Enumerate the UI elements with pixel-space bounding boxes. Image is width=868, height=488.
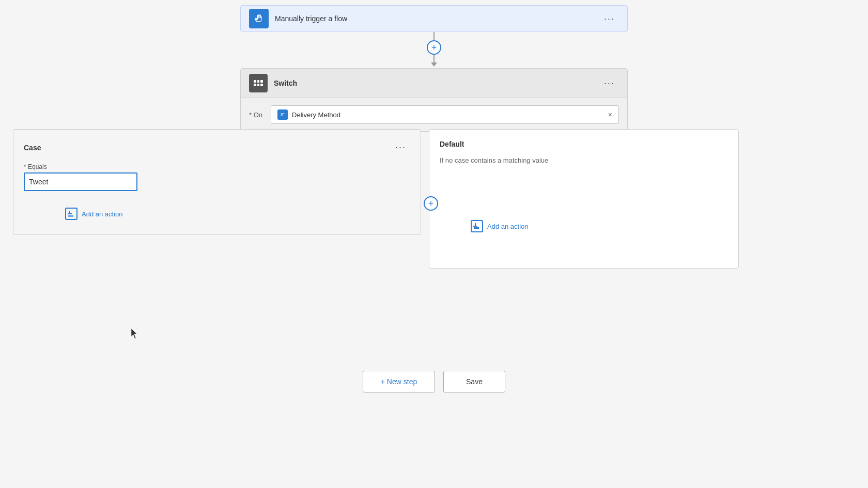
switch-menu-button[interactable]: ··· bbox=[600, 76, 619, 91]
switch-label: Switch bbox=[274, 79, 600, 87]
case-panel: Case ··· * Equals Add an action bbox=[13, 129, 421, 235]
case-title: Case bbox=[24, 144, 41, 152]
delivery-pill: Delivery Method × bbox=[271, 105, 619, 124]
default-panel: Default If no case contains a matching v… bbox=[429, 129, 739, 269]
svg-rect-7 bbox=[474, 227, 479, 228]
svg-rect-3 bbox=[68, 216, 73, 217]
mouse-cursor bbox=[131, 328, 140, 342]
default-add-action-label: Add an action bbox=[487, 223, 529, 230]
hand-icon bbox=[254, 13, 264, 24]
case-menu-button[interactable]: ··· bbox=[391, 140, 410, 155]
switch-icon-grid bbox=[254, 80, 263, 86]
delivery-method-label: Delivery Method bbox=[292, 111, 604, 119]
add-icon bbox=[68, 210, 75, 217]
delivery-icon bbox=[277, 109, 288, 120]
line-bottom bbox=[433, 55, 435, 63]
svg-rect-8 bbox=[474, 228, 479, 229]
add-case-button[interactable]: + bbox=[424, 196, 438, 211]
trigger-label: Manually trigger a flow bbox=[275, 14, 600, 23]
add-action-icon bbox=[65, 208, 78, 220]
connector-trigger-switch: + bbox=[427, 32, 441, 68]
svg-rect-1 bbox=[68, 213, 72, 214]
switch-block: Switch ··· * On Delivery Method × bbox=[240, 68, 628, 132]
equals-section: * Equals bbox=[24, 163, 410, 191]
switch-icon bbox=[249, 74, 268, 92]
default-add-icon bbox=[473, 223, 481, 230]
svg-marker-4 bbox=[131, 328, 137, 339]
switch-header: Switch ··· bbox=[241, 69, 627, 98]
default-add-action-icon bbox=[471, 220, 483, 232]
save-button[interactable]: Save bbox=[443, 371, 505, 392]
default-title: Default bbox=[440, 140, 728, 148]
line-top bbox=[433, 32, 435, 40]
switch-body: * On Delivery Method × bbox=[241, 98, 627, 131]
svg-rect-6 bbox=[473, 226, 477, 227]
bottom-buttons: + New step Save bbox=[363, 371, 505, 392]
on-label: * On bbox=[249, 111, 262, 119]
trigger-block: Manually trigger a flow ··· bbox=[240, 5, 628, 32]
trigger-menu-button[interactable]: ··· bbox=[600, 11, 619, 26]
arrow-down bbox=[431, 62, 437, 67]
add-between-trigger-switch[interactable]: + bbox=[427, 40, 441, 55]
trigger-icon bbox=[249, 9, 269, 28]
new-step-button[interactable]: + New step bbox=[363, 371, 435, 392]
default-add-action-button[interactable]: Add an action bbox=[471, 216, 529, 237]
equals-input[interactable] bbox=[24, 172, 137, 191]
canvas: Manually trigger a flow ··· + Switch ···… bbox=[0, 0, 868, 488]
svg-rect-2 bbox=[68, 215, 73, 216]
case-header: Case ··· bbox=[24, 140, 410, 155]
equals-label: * Equals bbox=[24, 163, 410, 170]
case-add-action-label: Add an action bbox=[82, 210, 123, 218]
case-add-action-button[interactable]: Add an action bbox=[65, 203, 123, 224]
delivery-close-button[interactable]: × bbox=[608, 111, 612, 119]
delivery-inner-icon bbox=[280, 112, 286, 118]
default-description: If no case contains a matching value bbox=[440, 156, 728, 164]
